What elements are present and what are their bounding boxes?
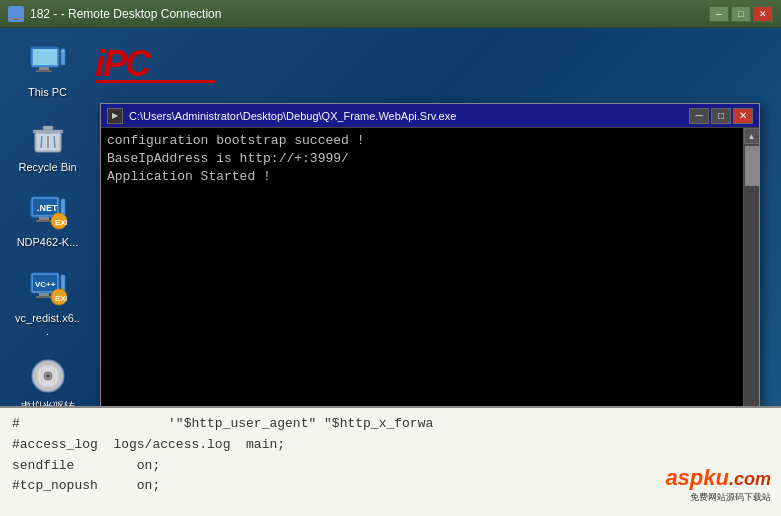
svg-line-14	[41, 136, 42, 148]
bottom-text-content: # '"$http_user_agent" "$http_x_forwa #ac…	[0, 408, 781, 503]
svg-rect-20	[61, 199, 65, 215]
vcredist-icon: VC++ EXE	[28, 268, 68, 308]
cmd-line-2: BaseIpAddress is http://+:3999/	[107, 150, 737, 168]
cmd-minimize-button[interactable]: ─	[689, 108, 709, 124]
cmd-cursor-line	[107, 187, 737, 205]
cmd-maximize-button[interactable]: □	[711, 108, 731, 124]
cmd-titlebar: ▶ C:\Users\Administrator\Desktop\Debug\Q…	[101, 104, 759, 128]
rd-title-text: 182 - - Remote Desktop Connection	[30, 7, 709, 21]
aspku-brand: asp	[665, 465, 703, 490]
svg-text:EXE: EXE	[55, 218, 67, 227]
svg-rect-4	[33, 49, 57, 65]
cmd-title-text: C:\Users\Administrator\Desktop\Debug\QX_…	[129, 110, 689, 122]
recycle-bin-icon	[28, 117, 68, 157]
bottom-line-1: # '"$http_user_agent" "$http_x_forwa	[12, 414, 769, 435]
desktop-icons-container: This PC Recycle Bin	[10, 38, 90, 417]
cmd-scrollbar[interactable]: ▲ ▼	[743, 128, 759, 442]
cmd-line-1: configuration bootstrap succeed !	[107, 132, 737, 150]
rd-titlebar: 182 - - Remote Desktop Connection ─ □ ✕	[0, 0, 781, 28]
svg-point-9	[62, 50, 64, 52]
cmd-body: configuration bootstrap succeed ! BaseIp…	[101, 128, 759, 442]
svg-rect-6	[39, 67, 49, 70]
aspku-brand2: ku	[703, 465, 729, 490]
desktop-icon-this-pc[interactable]: This PC	[10, 38, 85, 103]
bottom-panel: # '"$http_user_agent" "$http_x_forwa #ac…	[0, 406, 781, 516]
svg-line-16	[54, 136, 55, 148]
vcredist-label: vc_redist.x6...	[14, 312, 81, 338]
remote-desktop-surface: This PC Recycle Bin	[0, 28, 781, 516]
this-pc-label: This PC	[28, 86, 67, 99]
scrollbar-up-arrow[interactable]: ▲	[744, 128, 760, 144]
scrollbar-thumb[interactable]	[745, 146, 759, 186]
scrollbar-track[interactable]	[744, 144, 759, 426]
cmd-titlebar-icon: ▶	[107, 108, 123, 124]
rd-minimize-button[interactable]: ─	[709, 6, 729, 22]
desktop-icon-ndp462[interactable]: .NET EXE NDP462-K...	[10, 188, 85, 253]
bottom-line-5: sendfile on;	[12, 456, 769, 477]
recycle-bin-label: Recycle Bin	[18, 161, 76, 174]
bottom-line-3: #access_log logs/access.log main;	[12, 435, 769, 456]
svg-rect-12	[33, 130, 63, 133]
svg-text:VC++: VC++	[35, 280, 56, 289]
svg-rect-28	[61, 275, 65, 291]
virtual-drive-icon	[28, 356, 68, 396]
svg-rect-21	[39, 217, 49, 220]
svg-rect-13	[43, 126, 53, 130]
remote-desktop-window: 182 - - Remote Desktop Connection ─ □ ✕	[0, 0, 781, 516]
rd-window-controls: ─ □ ✕	[709, 6, 773, 22]
aspku-watermark: aspku.com 免费网站源码下载站	[665, 465, 771, 504]
rd-maximize-button[interactable]: □	[731, 6, 751, 22]
cmd-output: configuration bootstrap succeed ! BaseIp…	[101, 128, 743, 442]
ipc-logo: iPC	[95, 43, 149, 85]
rd-close-button[interactable]: ✕	[753, 6, 773, 22]
cmd-close-button[interactable]: ✕	[733, 108, 753, 124]
svg-rect-2	[14, 19, 18, 20]
svg-rect-30	[36, 296, 52, 298]
ndp462-icon: .NET EXE	[28, 192, 68, 232]
svg-text:.NET: .NET	[37, 203, 58, 213]
aspku-domain: .com	[729, 469, 771, 489]
svg-point-36	[46, 374, 50, 378]
this-pc-icon	[28, 42, 68, 82]
svg-rect-0	[10, 8, 22, 18]
cmd-line-3: Application Started !	[107, 168, 737, 186]
ndp462-label: NDP462-K...	[17, 236, 79, 249]
desktop-icon-vcredist[interactable]: VC++ EXE vc_redist.x6...	[10, 264, 85, 342]
cmd-window: ▶ C:\Users\Administrator\Desktop\Debug\Q…	[100, 103, 760, 443]
ipc-logo-underline	[95, 80, 215, 83]
desktop-icon-recycle-bin[interactable]: Recycle Bin	[10, 113, 85, 178]
cmd-window-controls: ─ □ ✕	[689, 108, 753, 124]
svg-rect-22	[36, 220, 52, 222]
rd-titlebar-icon	[8, 6, 24, 22]
svg-rect-7	[36, 70, 52, 72]
bottom-line-6: #tcp_nopush on;	[12, 476, 769, 497]
svg-text:EXE: EXE	[55, 294, 67, 303]
svg-rect-5	[31, 47, 59, 49]
svg-rect-29	[39, 293, 49, 296]
aspku-subtitle: 免费网站源码下载站	[665, 491, 771, 504]
ipc-logo-text: i	[95, 43, 103, 84]
